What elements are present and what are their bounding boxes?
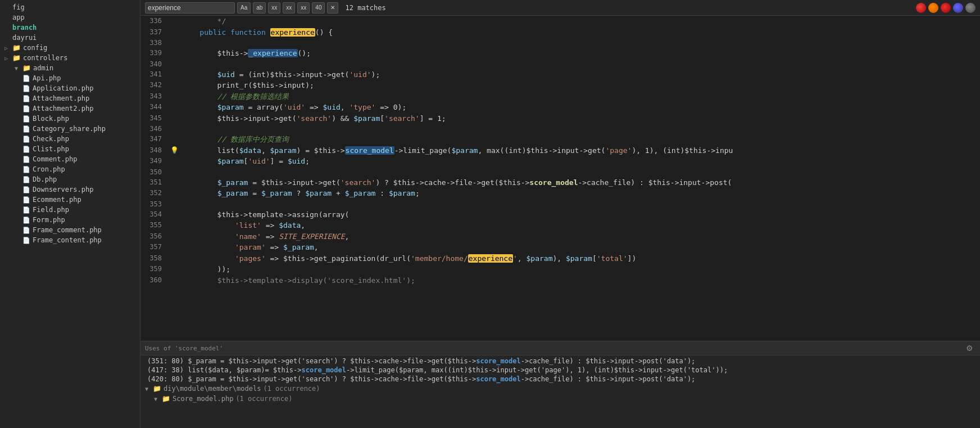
sidebar-item-fig[interactable]: fig bbox=[0, 2, 140, 12]
search-container[interactable]: experience bbox=[145, 2, 235, 13]
sidebar-item-block_php[interactable]: 📄 Block.php bbox=[0, 114, 140, 124]
line-number: 358 bbox=[140, 253, 169, 264]
line-gutter bbox=[169, 220, 180, 231]
sidebar-item-application_php[interactable]: 📄 Application.php bbox=[0, 83, 140, 93]
table-row: 336 */ bbox=[140, 16, 980, 27]
list-item[interactable]: ▼ 📁 Score_model.php (1 occurrence) bbox=[140, 394, 980, 404]
line-gutter bbox=[169, 80, 180, 91]
line-code bbox=[180, 167, 980, 177]
sidebar-item-downservers_php[interactable]: 📄 Downservers.php bbox=[0, 184, 140, 195]
config-label: config bbox=[23, 44, 47, 52]
next-btn[interactable]: xx bbox=[283, 2, 295, 13]
close-search-btn[interactable]: ✕ bbox=[327, 2, 338, 13]
sidebar-item-frame_content_php[interactable]: 📄 Frame_content.php bbox=[0, 235, 140, 245]
sidebar-item-attachment_php[interactable]: 📄 Attachment.php bbox=[0, 93, 140, 103]
line-gutter bbox=[169, 188, 180, 199]
sidebar-item-cron_php[interactable]: 📄 Cron.php bbox=[0, 164, 140, 174]
line-gutter bbox=[169, 48, 180, 59]
case-sensitive-btn[interactable]: Aa bbox=[237, 2, 251, 13]
search-input[interactable]: experience bbox=[148, 4, 221, 12]
line-code: 'name' => SITE_EXPERIENCE, bbox=[180, 231, 980, 242]
file-label: Category_share.php bbox=[33, 125, 106, 133]
safari-icon bbox=[965, 3, 976, 13]
whole-word-btn[interactable]: ab bbox=[253, 2, 266, 13]
sidebar-item-branch[interactable]: branch bbox=[0, 22, 140, 33]
line-number: 359 bbox=[140, 264, 169, 275]
list-item[interactable]: ▼ 📁 diy\module\member\models (1 occurren… bbox=[140, 384, 980, 394]
line-gutter bbox=[169, 16, 180, 27]
bottom-title-bar: Uses of 'score_model' ⚙ bbox=[140, 341, 980, 355]
sidebar-item-frame_comment_php[interactable]: 📄 Frame_comment.php bbox=[0, 225, 140, 235]
sidebar-item-attachment2_php[interactable]: 📄 Attachment2.php bbox=[0, 103, 140, 114]
file-icon: 📄 bbox=[22, 146, 30, 153]
expand-arrow-admin: ▼ bbox=[15, 65, 20, 71]
table-row: 348 💡 list($data, $param) = $this->score… bbox=[140, 145, 980, 156]
sidebar-item-controllers[interactable]: ▷ 📁 controllers bbox=[0, 53, 140, 63]
expand-arrow-controllers: ▷ bbox=[4, 55, 10, 61]
file-icon: 📄 bbox=[22, 85, 30, 92]
dayrui-label: dayrui bbox=[12, 34, 37, 42]
firefox-icon bbox=[928, 3, 938, 13]
table-row: 340 bbox=[140, 59, 980, 69]
line-number: 350 bbox=[140, 167, 169, 177]
table-row: 343 // 根据参数筛选结果 bbox=[140, 91, 980, 102]
nav-btn[interactable]: 40 bbox=[312, 2, 325, 13]
sidebar-item-form_php[interactable]: 📄 Form.php bbox=[0, 215, 140, 225]
sidebar-item-api_php[interactable]: 📄 Api.php bbox=[0, 73, 140, 83]
file-icon: 📄 bbox=[22, 105, 30, 112]
line-number: 347 bbox=[140, 134, 169, 145]
gear-button[interactable]: ⚙ bbox=[964, 343, 976, 354]
line-code bbox=[180, 38, 980, 48]
line-code bbox=[180, 124, 980, 134]
sidebar-item-clist_php[interactable]: 📄 Clist.php bbox=[0, 144, 140, 154]
line-code: $this->input->get('search') && $param['s… bbox=[180, 113, 980, 124]
code-editor[interactable]: 336 */ 337 public function experience() … bbox=[140, 16, 980, 341]
branch-label: branch bbox=[12, 24, 37, 31]
line-gutter bbox=[169, 177, 180, 188]
sidebar-item-category_share_php[interactable]: 📄 Category_share.php bbox=[0, 124, 140, 134]
line-gutter: 💡 bbox=[169, 145, 180, 156]
sidebar-item-admin[interactable]: ▼ 📁 admin bbox=[0, 63, 140, 73]
sidebar-item-check_php[interactable]: 📄 Check.php bbox=[0, 134, 140, 144]
file-label: Api.php bbox=[33, 74, 61, 82]
line-number: 346 bbox=[140, 124, 169, 134]
chrome-icon bbox=[916, 3, 926, 13]
sidebar-item-dayrui[interactable]: dayrui bbox=[0, 33, 140, 43]
file-label: Db.php bbox=[33, 175, 57, 183]
line-gutter bbox=[169, 209, 180, 220]
table-row: 344 $param = array('uid' => $uid, 'type'… bbox=[140, 102, 980, 113]
line-code: // 根据参数筛选结果 bbox=[180, 91, 980, 102]
sidebar-item-comment_php[interactable]: 📄 Comment.php bbox=[0, 154, 140, 164]
file-icon: 📄 bbox=[22, 196, 30, 204]
line-code bbox=[180, 59, 980, 69]
controllers-label: controllers bbox=[23, 54, 67, 62]
table-row: 349 $param['uid'] = $uid; bbox=[140, 156, 980, 167]
list-item[interactable]: (420: 80) $_param = $this->input->get('s… bbox=[140, 375, 980, 384]
sidebar-item-config[interactable]: ▷ 📁 config bbox=[0, 43, 140, 53]
sidebar-item-ecomment_php[interactable]: 📄 Ecomment.php bbox=[0, 195, 140, 205]
list-item[interactable]: (351: 80) $_param = $this->input->get('s… bbox=[140, 357, 980, 366]
file-icon: 📄 bbox=[22, 156, 30, 163]
file-label: Attachment2.php bbox=[33, 105, 93, 112]
folder-icon-config: 📁 bbox=[12, 44, 21, 52]
line-number: 345 bbox=[140, 113, 169, 124]
sidebar-item-db_php[interactable]: 📄 Db.php bbox=[0, 174, 140, 184]
regex-btn[interactable]: xx bbox=[268, 2, 280, 13]
folder-icon-admin: 📁 bbox=[22, 64, 31, 72]
line-number: 349 bbox=[140, 156, 169, 167]
file-icon: 📄 bbox=[22, 186, 30, 193]
line-code: // 数据库中分页查询 bbox=[180, 134, 980, 145]
line-number: 343 bbox=[140, 91, 169, 102]
line-gutter bbox=[169, 38, 180, 48]
line-code: list($data, $param) = $this->score_model… bbox=[180, 145, 980, 156]
prev-btn[interactable]: xx bbox=[297, 2, 310, 13]
line-code: $this->_experience(); bbox=[180, 48, 980, 59]
folder-icon: 📁 bbox=[153, 385, 161, 393]
list-item[interactable]: (417: 38) list($data, $param)= $this->sc… bbox=[140, 366, 980, 375]
line-code: 'param' => $_param, bbox=[180, 242, 980, 253]
sidebar-item-app[interactable]: app bbox=[0, 12, 140, 22]
table-row: 352 $_param = $_param ? $param + $_param… bbox=[140, 188, 980, 199]
file-label: Downservers.php bbox=[33, 186, 93, 193]
sidebar-item-field_php[interactable]: 📄 Field.php bbox=[0, 205, 140, 215]
line-gutter bbox=[169, 242, 180, 253]
